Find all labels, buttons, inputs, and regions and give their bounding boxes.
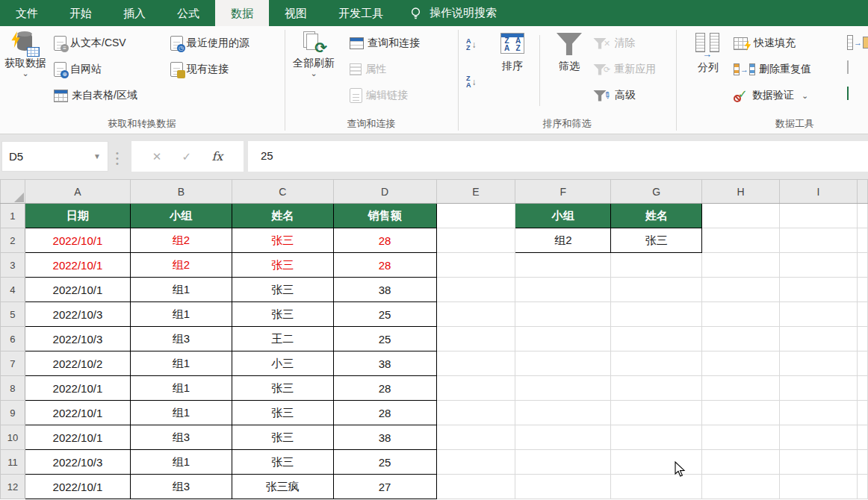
cell-B4[interactable]: 组1 (130, 278, 232, 302)
row-header-1[interactable]: 1 (1, 204, 25, 228)
select-all-corner[interactable] (1, 180, 25, 204)
cell-F11[interactable] (515, 450, 611, 475)
cell-H9[interactable] (702, 401, 780, 425)
relationships-icon-partial[interactable] (847, 61, 849, 73)
cell-A11[interactable]: 2022/10/3 (25, 450, 130, 475)
cell-X1[interactable] (857, 204, 867, 228)
cell-A7[interactable]: 2022/10/2 (25, 351, 130, 376)
cell-B10[interactable]: 组3 (130, 425, 232, 450)
cell-I11[interactable] (780, 450, 858, 475)
sort-za-button[interactable]: ZA ↓ (466, 72, 477, 92)
column-header-extra[interactable] (857, 180, 867, 204)
cell-C12[interactable]: 张三疯 (232, 475, 333, 499)
cell-C4[interactable]: 张三 (232, 278, 333, 302)
refresh-all-button[interactable]: ⟳ 全部刷新 ⌄ (291, 31, 336, 77)
cell-X6[interactable] (857, 327, 867, 351)
cell-E10[interactable] (436, 425, 515, 450)
cell-A6[interactable]: 2022/10/3 (25, 327, 130, 351)
insert-function-icon[interactable]: fx (211, 149, 223, 163)
cell-H3[interactable] (702, 253, 780, 278)
cell-D9[interactable]: 28 (333, 401, 436, 425)
cell-G2[interactable]: 张三 (611, 228, 702, 253)
cell-C8[interactable]: 张三 (232, 376, 333, 401)
cell-H11[interactable] (702, 450, 780, 475)
from-web-button[interactable]: ⊕ 自网站 (54, 60, 102, 79)
cell-E3[interactable] (436, 253, 515, 278)
flash-fill-button[interactable]: 快速填充 (734, 34, 796, 53)
cell-D12[interactable]: 27 (333, 475, 436, 499)
cell-F8[interactable] (515, 376, 611, 401)
cell-D6[interactable]: 25 (333, 327, 436, 351)
cell-C10[interactable]: 张三 (232, 425, 333, 450)
cell-X11[interactable] (857, 450, 867, 475)
cell-G3[interactable] (611, 253, 702, 278)
queries-connections-button[interactable]: 查询和连接 (350, 34, 420, 53)
tell-me-search[interactable]: 操作说明搜索 (409, 0, 497, 26)
cell-D10[interactable]: 38 (333, 425, 436, 450)
cell-I8[interactable] (780, 376, 858, 401)
cell-E11[interactable] (436, 450, 515, 475)
cell-B12[interactable]: 组3 (130, 475, 232, 499)
cell-E5[interactable] (436, 302, 515, 327)
existing-connections-button[interactable]: 现有连接 (170, 60, 229, 79)
cell-C11[interactable]: 张三 (232, 450, 333, 475)
name-box-dropdown-icon[interactable]: ▼ (93, 142, 101, 171)
row-header-5[interactable]: 5 (1, 302, 25, 327)
cell-D5[interactable]: 25 (333, 302, 436, 327)
cell-D3[interactable]: 28 (333, 253, 436, 278)
cell-A10[interactable]: 2022/10/1 (25, 425, 130, 450)
column-header-B[interactable]: B (130, 180, 232, 204)
cell-B6[interactable]: 组3 (130, 327, 232, 351)
from-text-csv-button[interactable]: ≡ 从文本/CSV (54, 34, 126, 53)
cell-A12[interactable]: 2022/10/1 (25, 475, 130, 499)
cell-A3[interactable]: 2022/10/1 (25, 253, 130, 278)
cell-I10[interactable] (780, 425, 858, 450)
row-header-7[interactable]: 7 (1, 351, 25, 376)
column-header-G[interactable]: G (611, 180, 702, 204)
cell-I1[interactable] (780, 204, 858, 228)
column-header-A[interactable]: A (25, 180, 130, 204)
cell-H10[interactable] (702, 425, 780, 450)
cell-C5[interactable]: 张三 (232, 302, 333, 327)
cell-G11[interactable] (611, 450, 702, 475)
cell-F9[interactable] (515, 401, 611, 425)
data-validation-button[interactable]: ✓ 数据验证 ⌄ (734, 86, 808, 105)
column-header-C[interactable]: C (232, 180, 333, 204)
column-header-I[interactable]: I (780, 180, 858, 204)
tab-insert[interactable]: 插入 (108, 0, 161, 26)
cell-F10[interactable] (515, 425, 611, 450)
cell-E7[interactable] (436, 351, 515, 376)
cell-F1[interactable]: 小组 (515, 204, 611, 228)
remove-duplicates-button[interactable]: → 删除重复值 (734, 60, 811, 79)
cell-D8[interactable]: 28 (333, 376, 436, 401)
cell-G4[interactable] (611, 278, 702, 302)
row-header-12[interactable]: 12 (1, 475, 25, 499)
cell-F4[interactable] (515, 278, 611, 302)
cell-A8[interactable]: 2022/10/1 (25, 376, 130, 401)
column-header-H[interactable]: H (702, 180, 780, 204)
cell-I6[interactable] (780, 327, 858, 351)
tab-data[interactable]: 数据 (215, 0, 269, 26)
column-header-E[interactable]: E (436, 180, 515, 204)
cell-A4[interactable]: 2022/10/1 (25, 278, 130, 302)
cell-X12[interactable] (857, 475, 867, 499)
cell-X4[interactable] (857, 278, 867, 302)
tab-home[interactable]: 开始 (54, 0, 108, 26)
cell-E1[interactable] (436, 204, 515, 228)
cell-H6[interactable] (702, 327, 780, 351)
cell-X2[interactable] (857, 228, 867, 253)
cell-F5[interactable] (515, 302, 611, 327)
cell-E9[interactable] (436, 401, 515, 425)
cell-X9[interactable] (857, 401, 867, 425)
cell-E2[interactable] (436, 228, 515, 253)
row-header-2[interactable]: 2 (1, 228, 25, 253)
tab-developer[interactable]: 开发工具 (323, 0, 399, 26)
consolidate-icon-partial[interactable]: → (847, 35, 868, 50)
cell-H12[interactable] (702, 475, 780, 499)
cell-I12[interactable] (780, 475, 858, 499)
cell-D7[interactable]: 38 (333, 351, 436, 376)
sort-az-button[interactable]: AZ ↓ (466, 35, 477, 54)
cell-C6[interactable]: 王二 (232, 327, 333, 351)
cell-C3[interactable]: 张三 (232, 253, 333, 278)
cell-A2[interactable]: 2022/10/1 (25, 228, 130, 253)
